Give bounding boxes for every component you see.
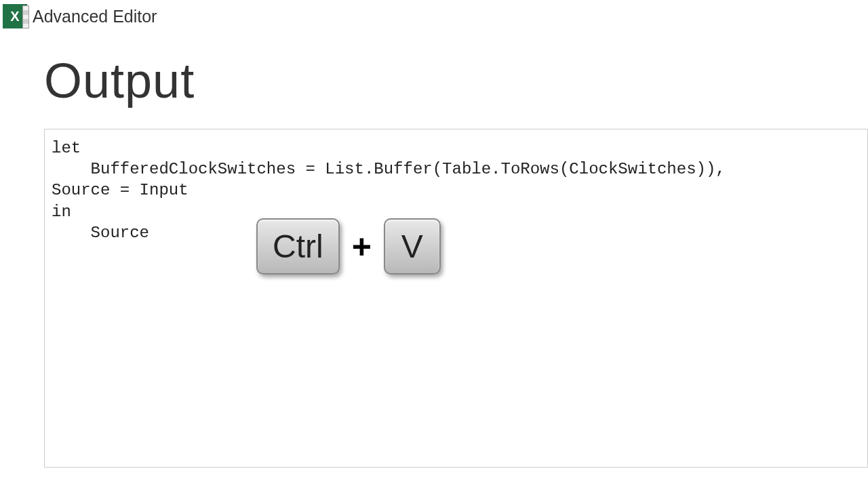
v-key: V — [384, 218, 441, 274]
excel-icon-letter: X — [10, 9, 19, 24]
excel-icon: X — [3, 4, 27, 28]
window-title: Advanced Editor — [33, 7, 157, 26]
plus-sign: + — [352, 227, 372, 266]
keyboard-shortcut-overlay: Ctrl + V — [256, 218, 441, 274]
code-editor[interactable]: let BufferedClockSwitches = List.Buffer(… — [44, 129, 868, 468]
query-name-label: Output — [44, 53, 868, 108]
title-bar: X Advanced Editor — [0, 0, 868, 33]
ctrl-key: Ctrl — [256, 218, 340, 274]
